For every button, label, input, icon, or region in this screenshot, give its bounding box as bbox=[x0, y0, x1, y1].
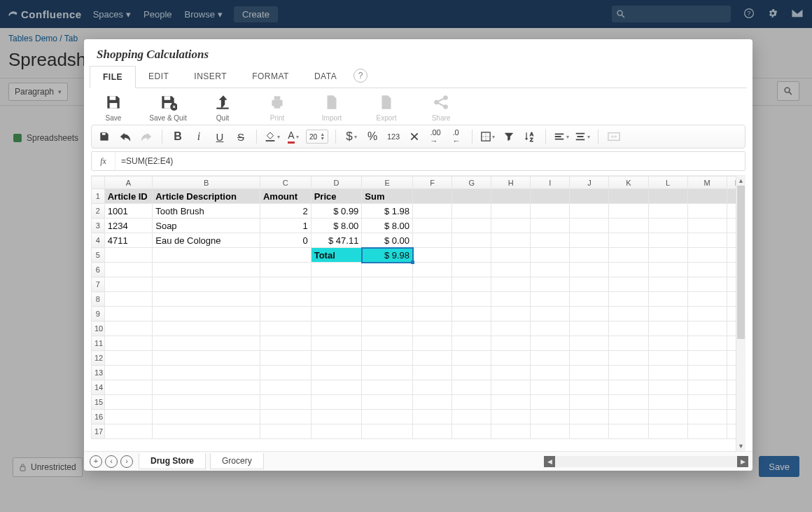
cell[interactable] bbox=[153, 277, 260, 292]
cell[interactable] bbox=[362, 351, 413, 366]
filter-icon[interactable] bbox=[500, 128, 517, 145]
cell[interactable] bbox=[413, 263, 452, 277]
vertical-scrollbar[interactable]: ▲ ▼ bbox=[736, 176, 746, 451]
cell[interactable] bbox=[531, 351, 570, 366]
cell[interactable] bbox=[311, 307, 362, 321]
cell[interactable] bbox=[452, 424, 491, 439]
cell[interactable] bbox=[413, 321, 452, 336]
cell[interactable] bbox=[570, 380, 609, 395]
cell[interactable] bbox=[491, 395, 531, 410]
cell[interactable] bbox=[452, 233, 491, 248]
cell[interactable] bbox=[362, 424, 413, 439]
cell[interactable] bbox=[687, 380, 727, 395]
cell[interactable] bbox=[311, 395, 362, 410]
cell[interactable] bbox=[452, 307, 491, 321]
row-header[interactable]: 13 bbox=[92, 366, 105, 380]
cell[interactable] bbox=[727, 424, 736, 439]
cell[interactable] bbox=[491, 380, 531, 395]
cell[interactable] bbox=[153, 307, 260, 321]
cell[interactable] bbox=[311, 292, 362, 307]
text-color-icon[interactable]: A bbox=[285, 128, 302, 145]
cell[interactable] bbox=[727, 292, 736, 307]
cell[interactable] bbox=[648, 321, 687, 336]
cell[interactable] bbox=[531, 248, 570, 263]
row-header[interactable]: 15 bbox=[92, 395, 105, 410]
cell[interactable] bbox=[609, 321, 648, 336]
cell[interactable] bbox=[609, 263, 648, 277]
cell[interactable] bbox=[413, 366, 452, 380]
cell[interactable] bbox=[491, 410, 531, 424]
borders-icon[interactable] bbox=[479, 128, 496, 145]
cell[interactable]: $ 9.98 bbox=[362, 248, 413, 263]
row-header[interactable]: 5 bbox=[92, 248, 105, 263]
cell[interactable] bbox=[531, 307, 570, 321]
cell[interactable] bbox=[362, 410, 413, 424]
cell[interactable]: Amount bbox=[260, 189, 311, 204]
cell[interactable] bbox=[648, 277, 687, 292]
cell[interactable] bbox=[153, 424, 260, 439]
cell[interactable] bbox=[648, 204, 687, 219]
cell[interactable] bbox=[413, 277, 452, 292]
cell[interactable]: Price bbox=[311, 189, 362, 204]
col-header[interactable]: H bbox=[491, 177, 531, 189]
cell[interactable] bbox=[104, 395, 153, 410]
col-header[interactable]: J bbox=[570, 177, 609, 189]
cell[interactable] bbox=[260, 410, 311, 424]
cell[interactable] bbox=[570, 366, 609, 380]
cell[interactable] bbox=[311, 263, 362, 277]
save-quit-button[interactable]: Save & Quit bbox=[147, 92, 189, 122]
cell[interactable] bbox=[153, 351, 260, 366]
cell[interactable] bbox=[570, 351, 609, 366]
cell[interactable] bbox=[413, 189, 452, 204]
cell[interactable] bbox=[531, 424, 570, 439]
col-header[interactable]: D bbox=[311, 177, 362, 189]
clear-format-icon[interactable] bbox=[406, 128, 423, 145]
cell[interactable] bbox=[687, 366, 727, 380]
cell[interactable] bbox=[570, 204, 609, 219]
quit-button[interactable]: Quit bbox=[202, 92, 244, 122]
cell[interactable] bbox=[609, 395, 648, 410]
cell[interactable] bbox=[648, 336, 687, 351]
cell[interactable] bbox=[570, 321, 609, 336]
formula-input[interactable] bbox=[115, 156, 745, 166]
cell[interactable] bbox=[260, 336, 311, 351]
cell[interactable] bbox=[413, 410, 452, 424]
cell[interactable] bbox=[362, 366, 413, 380]
cell[interactable] bbox=[413, 380, 452, 395]
cell[interactable] bbox=[570, 248, 609, 263]
cell[interactable] bbox=[362, 307, 413, 321]
cell[interactable] bbox=[687, 424, 727, 439]
merge-icon[interactable] bbox=[606, 128, 622, 145]
cell[interactable] bbox=[570, 219, 609, 233]
cell[interactable] bbox=[260, 307, 311, 321]
cell[interactable] bbox=[570, 424, 609, 439]
currency-icon[interactable]: $ bbox=[343, 128, 360, 145]
col-header[interactable]: L bbox=[648, 177, 687, 189]
help-button[interactable]: ? bbox=[354, 69, 368, 83]
cell[interactable] bbox=[648, 248, 687, 263]
col-header[interactable]: E bbox=[362, 177, 413, 189]
sort-icon[interactable]: AZ bbox=[522, 128, 538, 145]
cell[interactable] bbox=[727, 263, 736, 277]
cell[interactable] bbox=[413, 307, 452, 321]
cell[interactable] bbox=[260, 263, 311, 277]
underline-icon[interactable]: U bbox=[211, 128, 228, 145]
menu-edit[interactable]: EDIT bbox=[136, 66, 181, 88]
cell[interactable] bbox=[362, 380, 413, 395]
cell[interactable] bbox=[531, 277, 570, 292]
cell[interactable] bbox=[727, 219, 736, 233]
cell[interactable] bbox=[452, 204, 491, 219]
cell[interactable] bbox=[311, 351, 362, 366]
redo-icon[interactable] bbox=[138, 128, 155, 145]
cell[interactable] bbox=[648, 424, 687, 439]
row-header[interactable]: 17 bbox=[92, 424, 105, 439]
cell[interactable] bbox=[648, 395, 687, 410]
add-sheet-button[interactable]: + bbox=[90, 455, 102, 468]
cell[interactable] bbox=[648, 189, 687, 204]
cell[interactable] bbox=[727, 366, 736, 380]
cell[interactable] bbox=[413, 395, 452, 410]
cell[interactable] bbox=[362, 336, 413, 351]
cell[interactable] bbox=[260, 380, 311, 395]
next-sheet-button[interactable]: › bbox=[120, 455, 133, 468]
cell[interactable] bbox=[260, 292, 311, 307]
